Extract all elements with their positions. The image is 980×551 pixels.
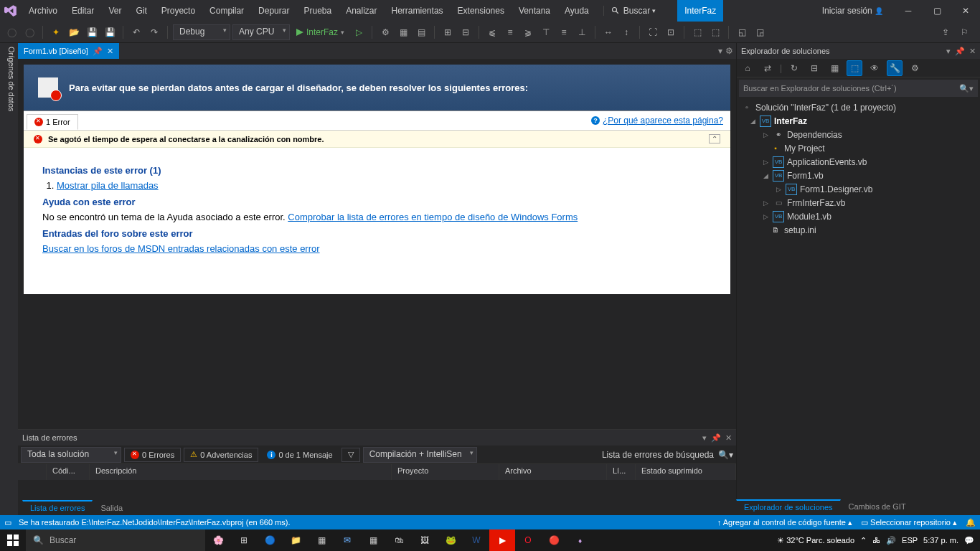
tab-output[interactable]: Salida <box>93 501 131 515</box>
pin-icon[interactable]: 📌 <box>93 47 103 56</box>
save-all-icon[interactable]: 💾 <box>102 24 118 40</box>
toolbar-icon[interactable]: ▦ <box>395 24 411 40</box>
task-mail-icon[interactable]: ✉ <box>334 529 360 551</box>
notifications-icon[interactable]: 🔔 <box>966 518 976 527</box>
tray-chevron-icon[interactable]: ⌃ <box>860 536 867 545</box>
sync-icon[interactable]: ↻ <box>786 60 802 76</box>
task-app-icon[interactable]: 🖼 <box>412 529 438 551</box>
align-mid-icon[interactable]: ≡ <box>556 24 572 40</box>
taskbar-search[interactable]: 🔍 Buscar <box>26 529 205 551</box>
preview-icon[interactable]: 👁 <box>867 60 882 76</box>
order-icon[interactable]: ⬚ <box>689 24 705 40</box>
why-link[interactable]: ? ¿Por qué aparece esta página? <box>584 113 730 128</box>
menu-prueba[interactable]: Prueba <box>296 0 339 22</box>
chevron-right-icon[interactable]: ▷ <box>761 213 770 220</box>
menu-analizar[interactable]: Analizar <box>339 0 384 22</box>
menu-editar[interactable]: Editar <box>65 0 101 22</box>
task-app-icon[interactable]: ▦ <box>360 529 386 551</box>
layout-icon[interactable]: ◱ <box>734 24 750 40</box>
start-button[interactable]: InterFaz ▾ <box>292 24 349 40</box>
task-opera-icon[interactable]: O <box>515 529 541 551</box>
tree-myproject[interactable]: ▪ My Project <box>737 141 980 155</box>
messages-filter[interactable]: i0 de 1 Mensaje <box>261 448 338 462</box>
col-suppressed[interactable]: Estado suprimido <box>636 464 736 480</box>
repo-select-button[interactable]: ▭ Seleccionar repositorio ▴ <box>861 518 957 527</box>
solution-name[interactable]: InterFaz <box>677 0 723 22</box>
menu-ayuda[interactable]: Ayuda <box>557 0 596 22</box>
panel-close-icon[interactable]: ✕ <box>725 433 732 443</box>
tree-frminterfaz[interactable]: ▷ ▭ FrmInterFaz.vb <box>737 196 980 209</box>
tree-module1[interactable]: ▷ VB Module1.vb <box>737 209 980 223</box>
show-all-icon[interactable]: ▦ <box>826 60 842 76</box>
search-icon[interactable]: 🔍▾ <box>718 450 733 460</box>
chevron-down-icon[interactable]: ◢ <box>748 118 757 125</box>
toolbar-icon[interactable]: ▤ <box>413 24 429 40</box>
align-center-icon[interactable]: ≡ <box>502 24 518 40</box>
col-project[interactable]: Proyecto <box>392 464 499 480</box>
warnings-filter[interactable]: ⚠0 Advertencias <box>184 448 258 462</box>
layout-icon[interactable]: ◲ <box>752 24 768 40</box>
toolbar-icon[interactable]: ⚙ <box>377 24 393 40</box>
task-app-icon[interactable]: ▶ <box>489 529 515 551</box>
task-vs-icon[interactable]: ⬧ <box>567 529 593 551</box>
toolbar-icon[interactable]: ⊞ <box>440 24 456 40</box>
nav-fwd-icon[interactable]: ◯ <box>22 24 37 40</box>
menu-herramientas[interactable]: Herramientas <box>385 0 451 22</box>
task-store-icon[interactable]: 🛍 <box>386 529 412 551</box>
start-button[interactable] <box>0 529 26 551</box>
tab-solution-explorer[interactable]: Explorador de soluciones <box>736 499 841 515</box>
solution-root[interactable]: ▫ Solución "InterFaz" (1 de 1 proyecto) <box>737 100 980 114</box>
collapse-icon[interactable]: ⌃ <box>709 134 720 143</box>
menu-search[interactable]: Buscar ▾ <box>603 6 663 16</box>
switch-view-icon[interactable]: ⇄ <box>760 60 776 76</box>
scope-dropdown[interactable]: Toda la solución <box>21 447 121 463</box>
panel-pin-icon[interactable]: 📌 <box>711 433 721 443</box>
start-noDebug-icon[interactable]: ▷ <box>351 24 367 40</box>
tab-git-changes[interactable]: Cambios de GIT <box>841 499 914 515</box>
signin-link[interactable]: Iniciar sesión 👤 <box>811 6 894 16</box>
size-icon[interactable]: ⛶ <box>645 24 661 40</box>
tray-volume-icon[interactable]: 🔊 <box>886 536 896 545</box>
feedback-icon[interactable]: ⚐ <box>956 24 972 40</box>
menu-ventana[interactable]: Ventana <box>512 0 557 22</box>
error-count-tab[interactable]: 1 Error <box>27 114 78 130</box>
properties-icon[interactable]: 🔧 <box>887 60 903 76</box>
redo-icon[interactable]: ↷ <box>146 24 162 40</box>
menu-depurar[interactable]: Depurar <box>251 0 296 22</box>
spacing-icon[interactable]: ↔ <box>600 24 616 40</box>
errors-filter[interactable]: 0 Errores <box>124 448 181 462</box>
panel-dropdown-icon[interactable]: ▾ <box>702 433 707 443</box>
weather-widget[interactable]: ☀ 32°C Parc. soleado <box>777 536 854 545</box>
task-explorer-icon[interactable]: 📁 <box>283 529 308 551</box>
col-code[interactable]: Códi... <box>47 464 90 480</box>
panel-dropdown-icon[interactable]: ▾ <box>946 47 951 56</box>
order-icon[interactable]: ⬚ <box>707 24 723 40</box>
task-view-icon[interactable]: ⊞ <box>231 529 257 551</box>
platform-dropdown[interactable]: Any CPU <box>232 24 290 40</box>
tray-clock[interactable]: 5:37 p. m. <box>923 536 958 545</box>
menu-extensiones[interactable]: Extensiones <box>451 0 512 22</box>
share-icon[interactable]: ⇪ <box>938 24 953 40</box>
align-right-icon[interactable]: ⫺ <box>520 24 536 40</box>
tree-form1-designer[interactable]: ▷ VB Form1.Designer.vb <box>737 182 980 196</box>
task-edge-icon[interactable]: 🔵 <box>257 529 283 551</box>
task-flowers-icon[interactable]: 🌸 <box>205 529 231 551</box>
align-bot-icon[interactable]: ⊥ <box>574 24 590 40</box>
tray-lang[interactable]: ESP <box>902 536 918 545</box>
source-control-button[interactable]: ↑ Agregar al control de código fuente ▴ <box>717 518 852 527</box>
undo-icon[interactable]: ↶ <box>128 24 144 40</box>
tree-setupini[interactable]: 🗎 setup.ini <box>737 223 980 237</box>
chevron-right-icon[interactable]: ▷ <box>774 186 783 193</box>
open-icon[interactable]: 📂 <box>66 24 82 40</box>
tree-form1[interactable]: ◢ VB Form1.vb <box>737 169 980 182</box>
pending-changes-icon[interactable]: ⬚ <box>847 60 862 76</box>
size-icon[interactable]: ⊡ <box>663 24 679 40</box>
clear-filter-icon[interactable]: ▽ <box>341 448 360 462</box>
collapse-icon[interactable]: ⊟ <box>806 60 822 76</box>
close-button[interactable]: ✕ <box>951 0 980 22</box>
chevron-right-icon[interactable]: ▷ <box>761 199 770 207</box>
help-check-link[interactable]: Comprobar la lista de errores en tiempo … <box>288 212 578 222</box>
panel-close-icon[interactable]: ✕ <box>969 47 976 56</box>
menu-git[interactable]: Git <box>128 0 154 22</box>
close-tab-icon[interactable]: ✕ <box>107 47 113 56</box>
